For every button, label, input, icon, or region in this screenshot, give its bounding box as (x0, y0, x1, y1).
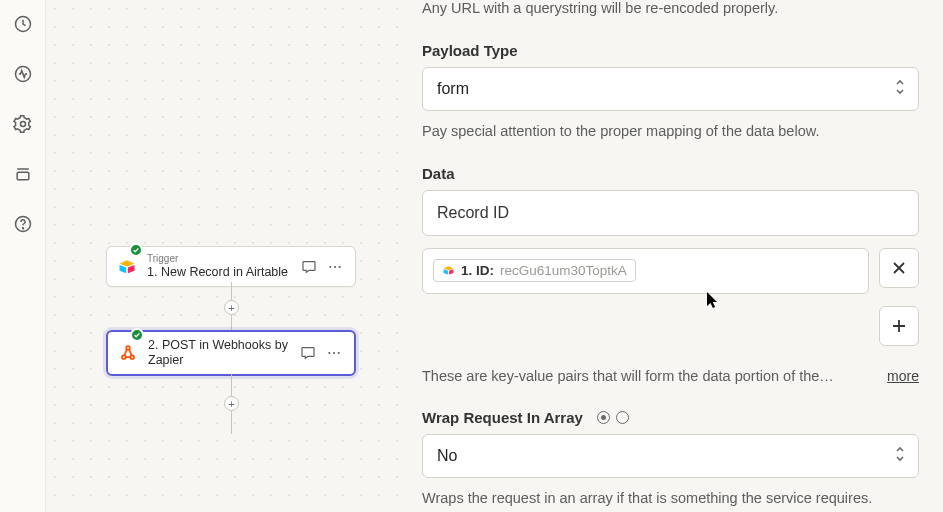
webhooks-icon (116, 341, 140, 365)
svg-point-7 (334, 265, 336, 267)
url-helper-text: Any URL with a querystring will be re-en… (422, 0, 919, 20)
comment-icon[interactable] (296, 341, 320, 365)
gear-icon[interactable] (9, 110, 37, 138)
svg-point-5 (22, 228, 23, 229)
mapped-pill-value: recGu61um30ToptkA (500, 263, 627, 278)
more-menu-icon[interactable] (323, 255, 347, 279)
svg-point-13 (333, 352, 335, 354)
clock-icon[interactable] (9, 10, 37, 38)
data-section-label: Data (422, 165, 919, 182)
more-link[interactable]: more (887, 368, 919, 384)
svg-point-11 (126, 346, 130, 350)
step-settings-panel: Any URL with a querystring will be re-en… (406, 0, 943, 512)
add-step-button[interactable]: + (224, 300, 239, 315)
step-card-action[interactable]: 2. POST in Webhooks by Zapier (106, 330, 356, 376)
svg-rect-3 (17, 172, 29, 180)
data-key-input[interactable]: Record ID (422, 190, 919, 236)
payload-type-value: form (437, 80, 469, 98)
stack-icon[interactable] (9, 160, 37, 188)
help-icon[interactable] (9, 210, 37, 238)
status-ok-icon (129, 243, 143, 257)
activity-icon[interactable] (9, 60, 37, 88)
more-menu-icon[interactable] (322, 341, 346, 365)
wrap-helper-text: Wraps the request in an array if that is… (422, 488, 919, 510)
wrap-value: No (437, 447, 457, 465)
add-step-button[interactable]: + (224, 396, 239, 411)
payload-helper-text: Pay special attention to the proper mapp… (422, 121, 919, 143)
comment-icon[interactable] (297, 255, 321, 279)
wrap-select[interactable]: No (422, 434, 919, 478)
wrap-radio-group[interactable] (597, 411, 629, 424)
svg-point-8 (339, 265, 341, 267)
step-kicker: Trigger (147, 253, 293, 265)
svg-point-10 (130, 355, 134, 359)
data-key-value: Record ID (437, 204, 509, 222)
remove-row-button[interactable] (879, 248, 919, 288)
mapped-pill-step: 1. ID: (461, 263, 494, 278)
step-title: 2. POST in Webhooks by Zapier (148, 338, 292, 368)
radio-option-selected[interactable] (597, 411, 610, 424)
wrap-label: Wrap Request In Array (422, 409, 919, 426)
data-value-input[interactable]: 1. ID: recGu61um30ToptkA (422, 248, 869, 294)
step-title: 1. New Record in Airtable (147, 265, 293, 280)
mapped-field-pill[interactable]: 1. ID: recGu61um30ToptkA (433, 259, 636, 282)
payload-type-label: Payload Type (422, 42, 919, 59)
svg-point-12 (328, 352, 330, 354)
left-nav-rail (0, 0, 46, 512)
chevron-updown-icon (894, 78, 906, 100)
airtable-icon (115, 255, 139, 279)
svg-point-9 (122, 355, 126, 359)
data-helper-text: These are key-value pairs that will form… (422, 366, 834, 388)
payload-type-select[interactable]: form (422, 67, 919, 111)
status-ok-icon (130, 328, 144, 342)
editor-canvas[interactable]: Trigger 1. New Record in Airtable + (46, 0, 406, 512)
svg-point-2 (20, 122, 25, 127)
chevron-updown-icon (894, 445, 906, 467)
svg-point-14 (338, 352, 340, 354)
add-row-button[interactable] (879, 306, 919, 346)
step-card-trigger[interactable]: Trigger 1. New Record in Airtable (106, 246, 356, 287)
airtable-icon (442, 264, 455, 277)
radio-option[interactable] (616, 411, 629, 424)
svg-point-6 (329, 265, 331, 267)
